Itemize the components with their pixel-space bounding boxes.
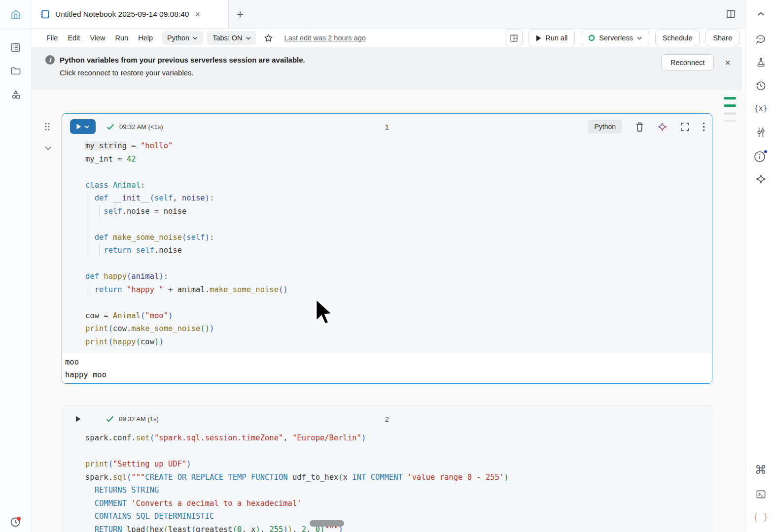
play-icon bbox=[536, 35, 541, 41]
terminal-icon bbox=[755, 489, 767, 500]
code-line[interactable]: self.noise = noise bbox=[85, 205, 712, 218]
cell-drag-handle[interactable] bbox=[44, 122, 50, 133]
sidebar-item-home[interactable] bbox=[0, 0, 31, 29]
output-line: happy moo bbox=[65, 368, 712, 381]
view-layout-button[interactable] bbox=[505, 30, 523, 46]
info-icon: i bbox=[45, 55, 55, 65]
code-line[interactable]: RETURN lpad(hex(least(greatest(0, x), 25… bbox=[85, 523, 712, 532]
menu-file[interactable]: File bbox=[41, 32, 63, 44]
run-all-button[interactable]: Run all bbox=[528, 30, 575, 46]
language-dropdown[interactable]: Python bbox=[162, 31, 203, 45]
cell-collapse-chevron-icon[interactable] bbox=[45, 143, 51, 152]
terminal-panel-button[interactable] bbox=[746, 489, 775, 500]
experiments-panel-button[interactable] bbox=[746, 57, 775, 68]
code-cell-2[interactable]: 09:32 AM (1s) 2 spark.conf.set("spark.sq… bbox=[62, 405, 712, 532]
banner-title: Python variables from your previous serv… bbox=[60, 56, 305, 64]
code-line[interactable] bbox=[85, 166, 712, 179]
variables-panel-button[interactable]: {x} bbox=[746, 104, 775, 113]
code-line[interactable]: cow = Animal("moo") bbox=[85, 309, 712, 323]
minimap-cell-dash[interactable] bbox=[724, 97, 736, 100]
code-line[interactable]: return "happy " + animal.make_some_noise… bbox=[85, 283, 712, 297]
assistant-sparkle-icon bbox=[755, 173, 767, 185]
cell-language-badge[interactable]: Python bbox=[588, 120, 622, 133]
cell-2-header: 09:32 AM (1s) 2 bbox=[62, 406, 712, 432]
compute-selector[interactable]: Serverless bbox=[581, 30, 649, 46]
code-cell-1[interactable]: 09:32 AM (<1s) 1 Python my_string = "hel… bbox=[62, 113, 712, 384]
notebook-tab[interactable]: Untitled Notebook 2025-09-14 09:08:40 × bbox=[32, 0, 229, 28]
menu-help[interactable]: Help bbox=[133, 32, 158, 44]
split-view-icon[interactable] bbox=[725, 8, 737, 20]
code-line[interactable]: spark.conf.set("spark.sql.session.timeZo… bbox=[85, 432, 712, 445]
code-line[interactable] bbox=[85, 218, 712, 231]
folder-icon bbox=[10, 65, 22, 77]
banner-close-icon[interactable]: × bbox=[725, 58, 731, 67]
indent-guide bbox=[90, 192, 90, 257]
menu-edit[interactable]: Edit bbox=[63, 32, 85, 44]
sidebar-item-workspace[interactable] bbox=[0, 35, 31, 59]
code-line[interactable]: spark.sql("""CREATE OR REPLACE TEMP FUNC… bbox=[85, 471, 712, 484]
comments-panel-button[interactable] bbox=[746, 33, 775, 45]
settings-panel-button[interactable] bbox=[746, 127, 775, 138]
experiments-flask-icon bbox=[755, 57, 767, 68]
fullscreen-icon[interactable] bbox=[680, 122, 690, 132]
command-palette-button[interactable]: ⌘ bbox=[746, 464, 775, 476]
reconnect-button[interactable]: Reconnect bbox=[661, 54, 714, 70]
code-line[interactable]: my_string = "hello" bbox=[85, 139, 712, 153]
version-history-panel-button[interactable] bbox=[746, 80, 775, 92]
minimap-cell-dash[interactable] bbox=[724, 112, 736, 115]
code-line[interactable] bbox=[85, 445, 712, 458]
code-line[interactable]: class Animal: bbox=[85, 179, 712, 192]
sidebar-item-folders[interactable] bbox=[0, 59, 31, 83]
share-button[interactable]: Share bbox=[705, 30, 740, 46]
tab-title: Untitled Notebook 2025-09-14 09:08:40 bbox=[55, 10, 189, 19]
kebab-menu-icon[interactable] bbox=[703, 122, 705, 132]
code-line[interactable]: print("Setting up UDF") bbox=[85, 458, 712, 471]
last-edit-link[interactable]: Last edit was 2 hours ago bbox=[284, 34, 366, 42]
indent-guide bbox=[90, 283, 90, 296]
notebook-tab-icon bbox=[39, 9, 50, 20]
trash-icon[interactable] bbox=[635, 122, 644, 132]
sidebar-item-recents[interactable] bbox=[0, 515, 32, 528]
assistant-sparkle-icon[interactable] bbox=[657, 122, 668, 132]
indent-guide bbox=[99, 244, 100, 257]
tab-close-icon[interactable]: × bbox=[195, 10, 200, 19]
info-icon bbox=[753, 149, 768, 163]
code-line[interactable]: return self.noise bbox=[85, 244, 712, 257]
minimap-cell-dash[interactable] bbox=[724, 104, 736, 107]
schedule-button[interactable]: Schedule bbox=[655, 30, 700, 46]
serverless-status-icon bbox=[588, 34, 595, 41]
code-line[interactable]: def happy(animal): bbox=[85, 270, 712, 283]
code-line[interactable] bbox=[85, 257, 712, 270]
code-line[interactable]: RETURNS STRING bbox=[85, 484, 712, 497]
cell-1-output: moohappy moo bbox=[62, 353, 712, 383]
code-line[interactable]: def __init__(self, noise): bbox=[85, 192, 712, 205]
notebook-canvas: 09:32 AM (<1s) 1 Python my_string = "hel… bbox=[32, 90, 745, 532]
cell-2-code-editor[interactable]: spark.conf.set("spark.sql.session.timeZo… bbox=[62, 432, 712, 532]
collapse-panel-button[interactable] bbox=[746, 12, 775, 16]
menu-run[interactable]: Run bbox=[110, 32, 134, 44]
variables-icon: {x} bbox=[754, 104, 767, 113]
tabs-toggle-dropdown[interactable]: Tabs: ON bbox=[207, 31, 256, 45]
code-line[interactable]: CONTAINS SQL DETERMINISTIC bbox=[85, 510, 712, 523]
scrollbar-thumb[interactable] bbox=[310, 520, 344, 527]
cell-1-code-editor[interactable]: my_string = "hello"my_int = 42 class Ani… bbox=[62, 139, 712, 353]
code-line[interactable] bbox=[85, 296, 712, 309]
notebook-app: Untitled Notebook 2025-09-14 09:08:40 × … bbox=[0, 0, 775, 532]
info-panel-button[interactable] bbox=[746, 149, 775, 163]
code-line[interactable]: COMMENT 'Converts a decimal to a hexadec… bbox=[85, 497, 712, 510]
braces-panel-button[interactable]: { } bbox=[746, 512, 775, 522]
minimap-cell-dash[interactable] bbox=[724, 120, 736, 122]
menu-view[interactable]: View bbox=[85, 32, 110, 44]
favorite-star-icon[interactable] bbox=[263, 33, 274, 43]
new-tab-button[interactable]: + bbox=[229, 0, 251, 28]
notebook-list-icon bbox=[10, 42, 21, 53]
chevron-down-icon bbox=[193, 36, 198, 40]
code-line[interactable]: print(happy(cow)) bbox=[85, 335, 712, 349]
assistant-panel-button[interactable] bbox=[746, 173, 775, 185]
code-line[interactable]: my_int = 42 bbox=[85, 153, 712, 166]
chevron-down-icon bbox=[637, 36, 642, 40]
braces-icon: { } bbox=[753, 512, 769, 522]
code-line[interactable]: def make_some_noise(self): bbox=[85, 231, 712, 244]
sidebar-item-catalog[interactable] bbox=[0, 83, 31, 106]
code-line[interactable]: print(cow.make_some_noise()) bbox=[85, 322, 712, 335]
